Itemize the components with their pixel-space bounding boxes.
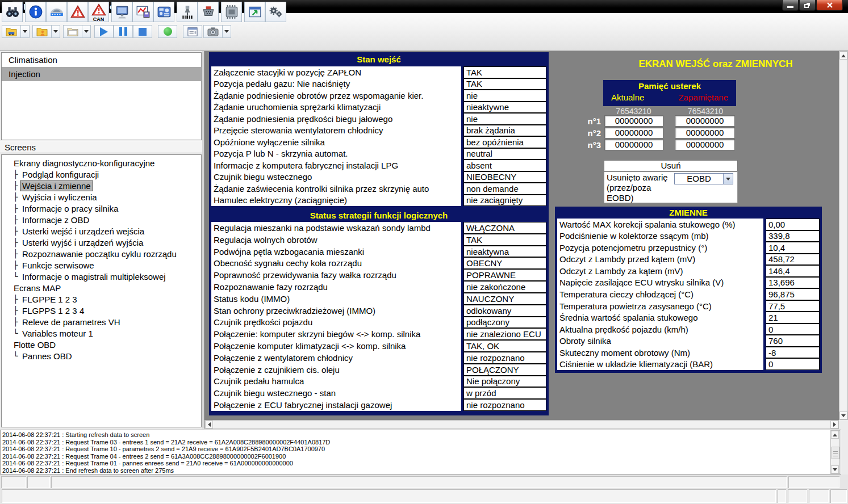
settings-button[interactable] — [265, 2, 286, 22]
tree-item[interactable]: ├ Informacje z OBD — [2, 214, 201, 225]
scroll-up-button[interactable] — [831, 431, 839, 439]
injector-button[interactable] — [177, 2, 198, 22]
fault-row: n°1 00000000 00000000 — [579, 115, 738, 127]
tree-item[interactable]: ├ Informacje o pracy silnika — [2, 203, 201, 214]
workspace-horizontal-scrollbar[interactable] — [204, 420, 839, 429]
scroll-up-button[interactable] — [839, 52, 847, 60]
open-vehicle-session-button[interactable] — [2, 25, 21, 38]
fault-current-field[interactable]: 00000000 — [604, 115, 663, 127]
fault-current-field[interactable]: 00000000 — [604, 139, 663, 150]
graph-record-button[interactable] — [132, 2, 153, 22]
tree-item[interactable]: Ekrany diagnostyczno-konfiguracyjne — [2, 157, 201, 169]
row-value-box: brak żądania — [463, 125, 546, 137]
graph-save-icon — [136, 5, 151, 19]
open-vehicle-session-dropdown[interactable] — [21, 25, 30, 38]
zmienne-rows: Wartość MAX korekcji spalania stukowego … — [557, 219, 820, 370]
row-label: Hamulec elektryczny (zaciągnięcie) — [211, 195, 461, 207]
tree-item-label: Pannes OBD — [20, 351, 74, 361]
tree-item[interactable]: ├ FLGPPS 1 2 3 4 — [2, 305, 201, 316]
tree-branch-icon: ├ — [13, 306, 20, 315]
open-user-session-button[interactable] — [32, 25, 52, 38]
panel-status-strategii: Status strategii funkcji logicznych Regu… — [209, 208, 549, 415]
search-binoculars-button[interactable] — [2, 2, 23, 22]
panel-title: Stan wejść — [209, 52, 549, 66]
table-row: Połączenie z czujnikiem cis. oleju POŁĄC… — [211, 364, 546, 376]
erase-mode-select[interactable]: EOBD — [674, 173, 733, 184]
tree-item-label: FLGPPS 1 2 3 4 — [20, 306, 86, 316]
table-row: Aktualna prędkość pojazdu (km/h) 0 — [557, 324, 820, 335]
scrollbar-thumb[interactable] — [832, 447, 839, 459]
tree-item[interactable]: Ecrans MAP — [2, 282, 201, 293]
row-label: Odczyt z Lambdy przed kątem (mV) — [557, 254, 763, 266]
table-row: Żądanie uruchomienia sprężarki klimatyza… — [211, 102, 546, 114]
log-vertical-scrollbar[interactable] — [830, 430, 840, 474]
module-item[interactable]: Injection — [2, 67, 201, 81]
status-segment — [778, 489, 786, 503]
chevron-down-icon — [224, 30, 229, 33]
table-row: Regulacja mieszanki na podstawie wskazań… — [211, 222, 546, 234]
fault-stored-field[interactable]: 00000000 — [675, 127, 735, 138]
can-faults-button[interactable]: CAN — [88, 2, 109, 22]
tree-item[interactable]: └ Informacje o magistrali multipleksowej — [2, 271, 201, 282]
screen-monitor-button[interactable] — [111, 2, 132, 22]
row-label: Połączenie z wentylatorem chłodnicy — [211, 352, 461, 364]
vehicle-button[interactable] — [46, 2, 67, 22]
ecu-chip-button[interactable] — [221, 2, 242, 22]
snapshot-dropdown[interactable] — [223, 25, 231, 38]
table-row: Pozycja P lub N - skrzynia automat. neut… — [211, 148, 546, 160]
open-user-session-dropdown[interactable] — [52, 25, 60, 38]
combo-dropdown-button[interactable] — [723, 174, 733, 184]
tree-item-label: Usterki wejść i urządzeń wejścia — [20, 226, 146, 236]
connector-button[interactable] — [198, 2, 219, 22]
tree-item[interactable]: ├ Usterki wyjść i urządzeń wyjścia — [2, 237, 201, 248]
scroll-down-button[interactable] — [831, 465, 839, 473]
row-value-box: bez opóźnienia — [463, 136, 546, 148]
fault-stored-field[interactable]: 00000000 — [675, 139, 735, 150]
scroll-right-button[interactable] — [830, 421, 838, 429]
open-folder-dropdown[interactable] — [82, 25, 91, 38]
row-label: Odczyt z Lambdy za kątem (mV) — [557, 265, 763, 277]
tree-item[interactable]: └ Pannes OBD — [2, 350, 201, 362]
fault-current-column-label: Aktualne — [611, 93, 644, 102]
row-label: Ciśnienie w układzie kliematyzacji (BAR) — [557, 358, 763, 370]
tree-item[interactable]: ├ Podgląd konfiguracji — [2, 169, 201, 180]
workspace-vertical-scrollbar[interactable] — [839, 51, 848, 420]
fault-current-field[interactable]: 00000000 — [604, 127, 663, 138]
open-window-button[interactable] — [244, 2, 265, 22]
tree-item-label: Informacje z OBD — [20, 215, 91, 225]
log-line: 2014-06-08 22:37:21 : Starting refresh d… — [2, 431, 829, 439]
tree-item[interactable]: └ Variables moteur 1 — [2, 327, 201, 339]
form-window-button[interactable] — [183, 25, 202, 38]
row-value-box: nie zaciągnięty — [463, 195, 546, 207]
tree-item[interactable]: ├ Funkcje serwisowe — [2, 259, 201, 271]
snapshot-button[interactable] — [203, 25, 223, 38]
pause-button[interactable] — [114, 25, 133, 38]
erase-faults-button[interactable]: Usuń — [604, 160, 738, 171]
dtc-warning-button[interactable] — [67, 2, 88, 22]
tree-item[interactable]: ├ Wejścia i zmienne — [2, 180, 201, 191]
tree-item[interactable]: Flotte OBD — [2, 339, 201, 350]
stop-button[interactable] — [133, 25, 152, 38]
tree-item[interactable]: ├ Rozpoznawanie początku cyklu rozrządu — [2, 248, 201, 259]
tree-item[interactable]: ├ FLGPPE 1 2 3 — [2, 293, 201, 305]
restore-button[interactable] — [799, 0, 816, 11]
module-label: Climatisation — [9, 55, 57, 65]
open-folder-button[interactable] — [63, 25, 82, 38]
row-label: Podciśnienie w kolektorze ssącym (mb) — [557, 230, 763, 242]
tree-item[interactable]: ├ Usterki wejść i urządzeń wejścia — [2, 225, 201, 237]
control-panel-button[interactable] — [153, 2, 174, 22]
record-button[interactable] — [158, 25, 177, 38]
status-segment — [830, 489, 847, 503]
scroll-left-button[interactable] — [205, 421, 213, 429]
scroll-down-button[interactable] — [839, 411, 847, 419]
play-button[interactable] — [94, 25, 114, 38]
minimize-button[interactable] — [782, 0, 799, 11]
tree-item[interactable]: ├ Wyjścia i wyliczenia — [2, 191, 201, 203]
tree-item[interactable]: ├ Releve de parametres VH — [2, 316, 201, 327]
fault-stored-field[interactable]: 00000000 — [675, 115, 735, 127]
row-value-box: 21 — [766, 312, 820, 324]
table-row: Czujnik biegu wstecznego NIEOBECNY — [211, 171, 546, 183]
module-item[interactable]: Climatisation — [2, 53, 201, 67]
info-button[interactable] — [25, 2, 46, 22]
close-button[interactable] — [816, 0, 843, 11]
